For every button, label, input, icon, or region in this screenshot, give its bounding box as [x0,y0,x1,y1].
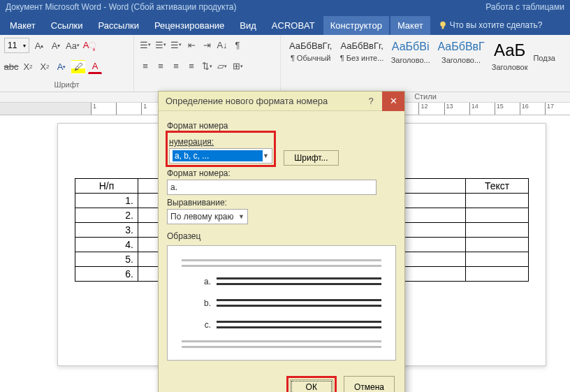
align-combo[interactable]: По левому краю▼ [167,209,248,224]
paragraph-group: ☰▾ ☰▾ ☰▾ ⇤ ⇥ A↓ ¶ ≡ ≡ ≡ ≡ ⇅▾ ▱▾ ⊞▾ [134,35,281,92]
tab-mailings[interactable]: Рассылки [92,16,146,35]
ribbon-tabs: Макет Ссылки Рассылки Рецензирование Вид… [0,15,570,35]
title-bar: Документ Microsoft Word - Word (Сбой акт… [0,0,570,15]
change-case-icon[interactable]: Aa▾ [66,38,80,52]
preview-label: Образец [167,231,396,241]
font-button[interactable]: Шрифт... [284,150,338,166]
align-right-icon[interactable]: ≡ [169,59,183,73]
cancel-button[interactable]: Отмена [344,376,395,392]
table-header[interactable]: Текст [466,179,529,194]
preview-pane: a.b.c. [167,245,396,361]
clear-format-icon[interactable]: Aୢ [82,38,96,52]
sort-icon[interactable]: A↓ [215,38,229,52]
strike-icon[interactable]: abc [4,60,18,74]
style-subtitle[interactable]: Подза [533,38,555,62]
context-title: Работа с таблицами [485,2,564,13]
decrease-indent-icon[interactable]: ⇤ [184,38,198,52]
align-label: Выравнивание: [167,198,396,208]
help-button[interactable]: ? [360,92,382,111]
numbering-icon[interactable]: ☰▾ [154,38,168,52]
bullets-icon[interactable]: ☰▾ [138,38,152,52]
subscript-icon[interactable]: X2 [21,60,35,74]
number-format-dialog: Определение нового формата номера ? ✕ Фо… [158,91,405,392]
shading-icon[interactable]: ▱▾ [215,59,229,73]
font-group-label: Шрифт [4,80,129,89]
close-button[interactable]: ✕ [382,92,404,111]
chevron-down-icon: ▼ [263,152,269,159]
multilevel-icon[interactable]: ☰▾ [169,38,183,52]
increase-indent-icon[interactable]: ⇥ [200,38,214,52]
numbering-combo[interactable]: a, b, c, ...▼ [169,148,272,164]
show-marks-icon[interactable]: ¶ [231,38,244,52]
svg-rect-1 [441,27,444,29]
style-normal[interactable]: АаБбВвГг,¶ Обычный [288,38,333,62]
align-center-icon[interactable]: ≡ [154,59,168,73]
font-group: 11▾ A▴ A▾ Aa▾ Aୢ abc X2 X2 A▾ 🖊 A Шрифт [0,35,134,92]
tab-links[interactable]: Ссылки [44,16,90,35]
tab-review[interactable]: Рецензирование [147,16,231,35]
grow-font-icon[interactable]: A▴ [32,38,46,52]
tab-table-layout[interactable]: Макет [390,16,430,35]
shrink-font-icon[interactable]: A▾ [49,38,63,52]
borders-icon[interactable]: ⊞▾ [231,59,244,73]
format-input[interactable]: a. [167,180,377,195]
line-spacing-icon[interactable]: ⇅▾ [200,59,214,73]
align-left-icon[interactable]: ≡ [138,59,152,73]
ribbon: 11▾ A▴ A▾ Aa▾ Aୢ abc X2 X2 A▾ 🖊 A Шрифт … [0,35,570,92]
styles-gallery[interactable]: АаБбВвГг,¶ Обычный АаБбВвГг,¶ Без инте..… [281,35,570,92]
numbering-label: нумерация: [169,137,272,147]
font-color-icon[interactable]: A [88,60,102,74]
table-row[interactable]: 5. [75,252,138,267]
dialog-titlebar[interactable]: Определение нового формата номера ? ✕ [159,92,404,111]
tab-view[interactable]: Вид [233,16,263,35]
group-label: Формат номера [167,121,396,131]
style-title[interactable]: АаБЗаголовок [492,38,528,71]
svg-point-0 [440,22,446,27]
ok-button[interactable]: ОК [290,379,333,392]
highlight-icon[interactable]: 🖊 [71,60,85,74]
dialog-title: Определение нового формата номера [166,96,328,106]
tell-me[interactable]: Что вы хотите сделать? [432,16,550,34]
tab-acrobat[interactable]: ACROBAT [265,16,322,35]
style-heading1[interactable]: АаБбВіЗаголово... [390,38,431,64]
justify-icon[interactable]: ≡ [184,59,198,73]
table-row[interactable]: 6. [75,267,138,282]
chevron-down-icon: ▼ [238,213,244,220]
superscript-icon[interactable]: X2 [38,60,52,74]
style-heading2[interactable]: АаБбВвГЗаголово... [436,38,485,64]
table-row[interactable]: 2. [75,208,138,223]
table-header[interactable]: Н/п [75,179,138,194]
tab-layout[interactable]: Макет [3,16,43,35]
style-no-spacing[interactable]: АаБбВвГг,¶ Без инте... [339,38,384,62]
text-effects-icon[interactable]: A▾ [54,60,68,74]
title-text: Документ Microsoft Word - Word (Сбой акт… [6,2,237,13]
tab-constructor[interactable]: Конструктор [323,16,389,35]
table-row[interactable]: 3. [75,223,138,238]
font-size-combo[interactable]: 11▾ [4,38,29,53]
table-row[interactable]: 4. [75,238,138,252]
format-label: Формат номера: [167,168,396,178]
bulb-icon [439,21,447,29]
table-row[interactable]: 1. [75,194,138,208]
